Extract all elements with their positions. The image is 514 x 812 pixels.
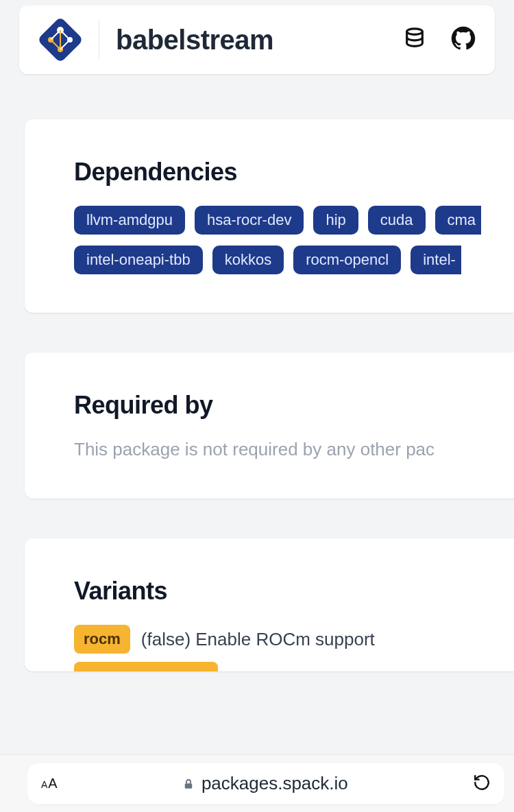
dependency-pill[interactable]: intel-: [411, 246, 461, 274]
dependencies-heading: Dependencies: [74, 158, 514, 187]
required-by-section: Required by This package is not required…: [25, 353, 514, 499]
variant-row: rocm (false) Enable ROCm support: [74, 625, 514, 654]
spack-logo[interactable]: [38, 18, 82, 62]
svg-rect-11: [185, 783, 193, 789]
dependency-pill[interactable]: hip: [313, 206, 358, 235]
reload-icon[interactable]: [473, 774, 491, 794]
database-icon[interactable]: [403, 27, 426, 53]
dependency-pill[interactable]: kokkos: [212, 246, 284, 274]
dependency-list-row1: llvm-amdgpu hsa-rocr-dev hip cuda cma: [74, 206, 514, 235]
lock-icon: [182, 778, 195, 790]
variants-heading: Variants: [74, 577, 514, 606]
url-display: packages.spack.io: [70, 773, 461, 794]
page-header: babelstream: [19, 5, 495, 74]
variant-description: (false) Enable ROCm support: [141, 629, 375, 650]
address-bar[interactable]: AA packages.spack.io: [27, 763, 504, 804]
variant-name-tag-partial: [74, 662, 218, 671]
browser-toolbar: AA packages.spack.io: [0, 754, 514, 812]
reader-aa-icon[interactable]: AA: [41, 776, 58, 791]
required-by-heading: Required by: [74, 391, 514, 420]
dependency-pill[interactable]: rocm-opencl: [293, 246, 401, 274]
dependency-pill[interactable]: cuda: [368, 206, 426, 235]
dependency-pill[interactable]: intel-oneapi-tbb: [74, 246, 203, 274]
variant-name-tag[interactable]: rocm: [74, 625, 130, 654]
dependency-pill[interactable]: hsa-rocr-dev: [195, 206, 304, 235]
variants-section: Variants rocm (false) Enable ROCm suppor…: [25, 538, 514, 671]
package-name: babelstream: [116, 25, 273, 56]
dependency-list-row2: intel-oneapi-tbb kokkos rocm-opencl inte…: [74, 246, 514, 274]
required-by-text: This package is not required by any othe…: [74, 439, 514, 460]
dependencies-section: Dependencies llvm-amdgpu hsa-rocr-dev hi…: [25, 119, 514, 313]
svg-point-10: [407, 29, 423, 35]
dependency-pill[interactable]: cma: [435, 206, 482, 235]
dependency-pill[interactable]: llvm-amdgpu: [74, 206, 185, 235]
github-icon[interactable]: [451, 26, 476, 53]
divider: [99, 21, 99, 59]
